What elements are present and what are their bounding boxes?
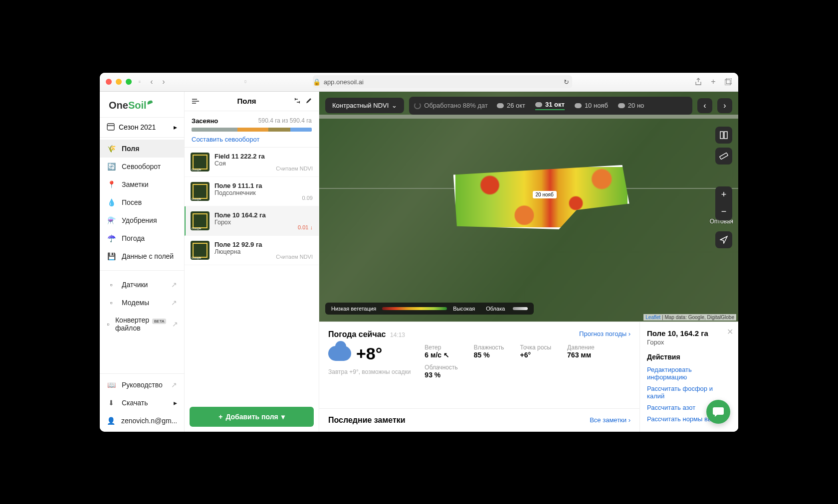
detail-action[interactable]: Редактировать информацию [647,364,731,383]
chat-button[interactable] [706,400,730,424]
nav-item-3[interactable]: 💧Посев [100,193,184,211]
field-list-panel: Поля Засеяно 590.4 га из 590.4 га Состав… [185,92,319,432]
share-icon[interactable] [694,78,702,86]
zoom-in-button[interactable]: + [715,186,732,203]
maximize-window-icon[interactable] [126,79,132,85]
url-text: app.onesoil.ai [324,78,364,86]
detail-field-title: Поле 10, 164.2 га [647,329,731,337]
nav-icon: 🔄 [107,162,116,171]
sidebar-toggle-icon[interactable] [136,78,144,86]
minimize-window-icon[interactable] [116,79,122,85]
add-fields-button[interactable]: + Добавить поля ▾ [190,407,314,427]
cloud-icon [535,102,542,107]
external-link-icon: ↗ [171,381,177,389]
svg-rect-10 [724,132,727,139]
lock-icon: 🔒 [313,78,321,86]
edit-icon[interactable] [306,97,312,106]
notes-panel: Последние заметки Все заметки › [319,408,639,432]
notes-title: Последние заметки [328,416,406,425]
main-sidebar: OneSoil Сезон 2021 ▸ 🌾Поля🔄Севооборот📍За… [100,92,185,432]
field-panel-title: Поля [237,97,256,105]
field-row[interactable]: Google Поле 9 111.1 га Подсолнечник 0.09 [185,177,319,206]
cloud-icon [497,103,504,108]
nav-item-2[interactable]: 📍Заметки [100,175,184,193]
field-row[interactable]: Google Field 11 222.2 га Соя Считаем NDV… [185,148,319,177]
map[interactable]: Контрастный NDVI ⌄ Обработано 88% дат 26… [319,92,738,322]
nav-item-5[interactable]: ☂️Погода [100,229,184,247]
field-row[interactable]: Google Поле 10 164.2 га Горох 0.01 ↓ [185,206,319,236]
nav-item-6[interactable]: 💾Данные с полей [100,247,184,265]
season-selector[interactable]: Сезон 2021 ▸ [100,117,184,138]
nav-ext-item-0[interactable]: ▫Датчики↗ [100,276,184,294]
nav-icon: ▫ [107,280,116,289]
new-tab-icon[interactable]: + [709,78,717,86]
nav-ext-item-2[interactable]: ▫Конвертер файловBETA↗ [100,312,184,336]
legend-clouds-gradient [513,307,528,310]
layers-button[interactable] [715,127,732,144]
ndvi-mode-button[interactable]: Контрастный NDVI ⌄ [325,98,404,113]
field-thumbnail: Google [191,182,210,201]
close-window-icon[interactable] [106,79,112,85]
external-link-icon: ↗ [172,320,178,328]
field-detail-panel: ✕ Поле 10, 164.2 га Горох Действия Редак… [639,322,738,432]
date-item[interactable]: 20 но [618,102,644,109]
crop-rotation-link[interactable]: Составить севооборот [192,136,312,143]
nav-icon: 👤 [107,416,115,425]
nav-item-1[interactable]: 🔄Севооборот [100,158,184,175]
back-button[interactable]: ‹ [148,78,156,86]
humidity-stat: Влажность 85 % [474,344,504,379]
field-thumbnail: Google [191,153,210,171]
processing-status: Обработано 88% дат [414,102,488,109]
chevron-down-icon: ▾ [281,413,285,421]
date-item[interactable]: 26 окт [497,102,525,109]
app-logo[interactable]: OneSoil [100,92,184,117]
collapse-icon[interactable] [192,97,200,105]
nav-bottom-item-0[interactable]: 📖Руководство↗ [100,376,184,394]
forecast-link[interactable]: Прогноз погоды › [579,330,630,339]
url-bar[interactable]: 🔒 app.onesoil.ai ↻ [313,75,572,88]
locate-button[interactable] [715,231,732,248]
nav-ext-item-1[interactable]: ▫Модемы↗ [100,294,184,312]
measure-button[interactable] [715,148,732,165]
field-date-label: 20 нояб [533,191,557,198]
legend-gradient [382,307,447,310]
nav-item-4[interactable]: ⚗️Удобрения [100,211,184,229]
dewpoint-stat: Точка росы +6° [520,344,552,379]
date-item[interactable]: 31 окт [535,101,565,110]
shield-icon[interactable] [241,78,249,86]
cloud-icon [328,346,351,361]
zoom-out-button[interactable]: − [715,203,732,220]
chevron-right-icon: ▸ [174,399,177,407]
nav-icon: 💧 [107,198,116,207]
nav-icon: 📍 [107,180,116,189]
detail-action[interactable]: Рассчитать фосфор и калий [647,383,731,402]
nav-icon: ⚗️ [107,216,116,225]
external-link-icon: ↗ [171,299,177,307]
svg-rect-11 [720,153,728,159]
ndvi-legend: Низкая вегетация Высокая Облака [325,303,534,315]
temperature: +8° [356,344,382,363]
forward-button[interactable]: › [160,78,168,86]
all-notes-link[interactable]: Все заметки › [590,416,630,424]
detail-field-crop: Горох [647,338,731,346]
nav-icon: 💾 [107,252,116,261]
nav-bottom-item-1[interactable]: ⬇Скачать▸ [100,394,184,412]
refresh-icon[interactable]: ↻ [564,78,569,86]
sort-icon[interactable] [294,97,301,106]
nav-item-0[interactable]: 🌾Поля [100,140,184,158]
field-row[interactable]: Google Поле 12 92.9 га Люцерна Считаем N… [185,236,319,265]
tabs-icon[interactable] [724,78,732,86]
external-link-icon: ↗ [171,281,177,289]
svg-rect-0 [139,81,141,83]
date-next-button[interactable]: › [717,98,732,113]
svg-rect-4 [107,124,114,130]
close-icon[interactable]: ✕ [727,327,733,336]
nav-icon: ▫ [107,320,109,329]
date-prev-button[interactable]: ‹ [697,98,712,113]
nav-icon: ⬇ [107,398,116,407]
main-content: Контрастный NDVI ⌄ Обработано 88% дат 26… [319,92,738,432]
nav-bottom-item-2[interactable]: 👤zenovich.n@gm... [100,412,184,430]
cloud-icon [575,103,582,108]
field-overlay[interactable]: 20 нояб [453,165,629,229]
date-item[interactable]: 10 нояб [575,102,608,109]
